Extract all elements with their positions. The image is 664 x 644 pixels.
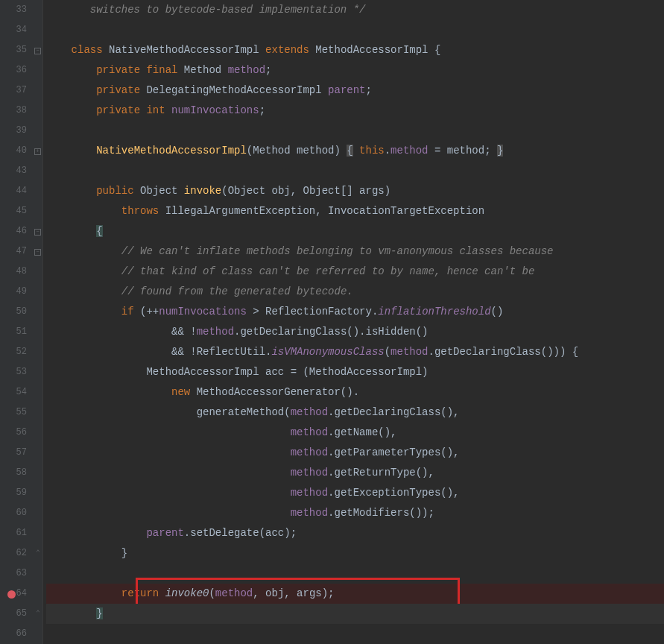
line-number[interactable]: 65 [0,604,27,624]
code-token: . [385,145,391,157]
line-number[interactable]: 60 [0,503,27,523]
code-line[interactable]: { [46,221,664,242]
code-line[interactable]: generateMethod(method.getDeclaringClass(… [46,402,664,423]
code-line[interactable]: // We can't inflate methods belonging to… [46,242,664,262]
code-line[interactable]: private final Method method; [46,60,664,80]
line-number[interactable]: 51 [0,322,27,342]
code-line[interactable]: MethodAccessorImpl acc = (MethodAccessor… [46,362,664,382]
line-number[interactable]: 55 [0,402,27,423]
code-token [46,366,146,378]
line-number[interactable]: 40 [0,141,27,161]
code-line[interactable]: // found from the generated bytecode. [46,282,664,302]
code-line[interactable]: parent.setDelegate(acc); [46,523,664,543]
code-token: new [171,386,197,398]
line-number[interactable]: 57 [0,443,27,463]
code-line[interactable] [46,161,664,181]
line-number[interactable]: 44o↑ [0,181,27,201]
code-token [46,507,291,519]
fold-collapse-icon[interactable]: − [34,229,41,236]
code-line[interactable]: } [46,604,664,624]
code-line[interactable] [46,624,664,644]
line-number[interactable]: 50 [0,302,27,322]
line-number[interactable]: 36 [0,60,27,80]
code-line[interactable]: method.getExceptionTypes(), [46,483,664,503]
code-token: Object [140,185,184,197]
line-number[interactable]: 34 [0,20,27,40]
code-line[interactable]: method.getReturnType(), [46,463,664,483]
line-number[interactable]: 39 [0,121,27,141]
code-line[interactable]: switches to bytecode-based implementatio… [46,0,664,20]
code-token: ; [259,104,265,116]
code-token: extends [265,44,315,56]
code-token: () [491,306,504,318]
code-line[interactable]: class NativeMethodAccessorImpl extends M… [46,40,664,60]
code-line[interactable]: private DelegatingMethodAccessorImpl par… [46,80,664,101]
code-token [46,487,291,499]
code-line[interactable]: // that kind of class can't be referred … [46,262,664,282]
code-token: > ReflectionFactory. [247,306,378,318]
fold-collapse-icon[interactable]: − [34,48,41,54]
fold-end-icon[interactable]: ⌃ [34,610,42,618]
code-token [46,4,90,16]
line-number[interactable]: 33 [0,0,27,20]
code-token: ( [209,587,215,599]
code-line[interactable]: new MethodAccessorGenerator(). [46,382,664,402]
line-number[interactable]: 62 [0,543,27,564]
code-line[interactable] [46,121,664,141]
line-number[interactable]: 49 [0,282,27,302]
code-token: .setDelegate(acc); [184,527,297,539]
line-number[interactable]: 48 [0,262,27,282]
code-token: // We can't inflate methods belonging to… [121,245,554,257]
fold-end-icon[interactable]: ⌃ [34,550,42,558]
line-number[interactable]: 54 [0,382,27,402]
code-line[interactable]: public Object invoke(Object obj, Object[… [46,181,664,201]
code-line[interactable]: private int numInvocations; [46,101,664,121]
code-token: method [291,446,328,458]
line-number[interactable]: 66 [0,624,27,644]
line-number[interactable]: 58 [0,463,27,483]
code-token: invoke0 [165,587,209,599]
line-number[interactable]: 53 [0,362,27,382]
code-token: return [121,587,165,599]
code-token: .getDeclaringClass().isHidden() [234,326,428,338]
code-line[interactable]: method.getModifiers()); [46,503,664,523]
fold-expand-icon[interactable]: + [34,148,41,155]
line-number[interactable]: 46 [0,221,27,242]
code-line[interactable]: if (++numInvocations > ReflectionFactory… [46,302,664,322]
code-line[interactable] [46,20,664,40]
fold-collapse-icon[interactable]: − [34,249,41,256]
line-number[interactable]: 43 [0,161,27,181]
line-number[interactable]: 56 [0,423,27,443]
code-token [46,145,96,157]
code-token: method [291,507,328,519]
code-line[interactable]: method.getParameterTypes(), [46,443,664,463]
code-line[interactable]: method.getName(), [46,423,664,443]
line-number[interactable]: 61 [0,523,27,543]
code-token: // found from the generated bytecode. [121,285,353,297]
code-token [46,426,291,438]
line-number[interactable]: 45 [0,201,27,221]
code-editor[interactable]: switches to bytecode-based implementatio… [43,0,664,644]
line-number[interactable]: 35 [0,40,27,60]
code-token: method [197,326,234,338]
line-number-gutter[interactable]: 33343536373839404344o↑454647484950515253… [0,0,33,644]
code-line[interactable]: && !method.getDeclaringClass().isHidden(… [46,322,664,342]
line-number[interactable]: 63 [0,564,27,584]
code-line[interactable]: NativeMethodAccessorImpl(Method method) … [46,141,664,161]
code-line[interactable] [46,564,664,584]
code-line[interactable]: && !ReflectUtil.isVMAnonymousClass(metho… [46,342,664,362]
code-token: numInvocations [171,104,259,116]
code-token [46,285,121,297]
line-number[interactable]: 52 [0,342,27,362]
code-line[interactable]: return invoke0(method, obj, args); [46,584,664,604]
code-line[interactable]: } [46,543,664,564]
line-number[interactable]: 38 [0,101,27,121]
code-token [46,84,96,96]
code-token: parent [146,527,183,539]
line-number[interactable]: 37 [0,80,27,101]
code-line[interactable]: throws IllegalArgumentException, Invocat… [46,201,664,221]
fold-column[interactable]: −+−−⌃⌃ [33,0,43,644]
breakpoint-icon[interactable] [7,590,16,599]
line-number[interactable]: 59 [0,483,27,503]
line-number[interactable]: 47 [0,242,27,262]
